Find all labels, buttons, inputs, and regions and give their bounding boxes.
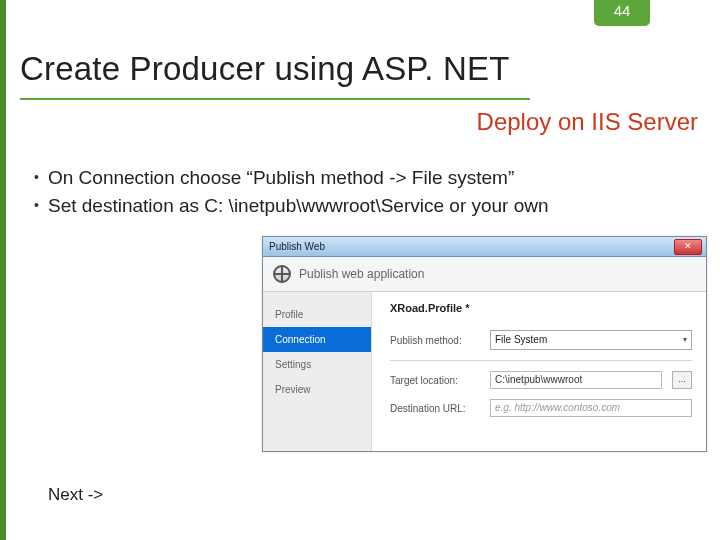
target-location-input[interactable]: C:\inetpub\wwwroot bbox=[490, 371, 662, 389]
sidebar-item-preview[interactable]: Preview bbox=[263, 377, 371, 402]
bullet-item: • On Connection choose “Publish method -… bbox=[34, 165, 698, 191]
title-underline bbox=[20, 98, 530, 100]
page-number: 44 bbox=[594, 0, 650, 26]
destination-url-row: Destination URL: e.g. http://www.contoso… bbox=[390, 399, 692, 417]
dialog-title: Publish Web bbox=[267, 241, 674, 252]
destination-url-input[interactable]: e.g. http://www.contoso.com bbox=[490, 399, 692, 417]
publish-method-label: Publish method: bbox=[390, 335, 480, 346]
dialog-titlebar[interactable]: Publish Web ✕ bbox=[263, 237, 706, 257]
bullet-text: On Connection choose “Publish method -> … bbox=[48, 165, 698, 191]
target-location-label: Target location: bbox=[390, 375, 480, 386]
dialog-main: XRoad.Profile * Publish method: File Sys… bbox=[372, 292, 706, 452]
sidebar-item-settings[interactable]: Settings bbox=[263, 352, 371, 377]
publish-method-row: Publish method: File System ▾ bbox=[390, 330, 692, 350]
accent-stripe bbox=[0, 0, 6, 540]
destination-url-label: Destination URL: bbox=[390, 403, 480, 414]
bullet-dot-icon: • bbox=[34, 165, 48, 187]
slide-title: Create Producer using ASP. NET bbox=[20, 50, 510, 88]
bullet-text: Set destination as C: \inetpub\wwwroot\S… bbox=[48, 193, 698, 219]
bullet-list: • On Connection choose “Publish method -… bbox=[34, 165, 698, 220]
globe-icon bbox=[273, 265, 291, 283]
close-button[interactable]: ✕ bbox=[674, 239, 702, 255]
next-label: Next -> bbox=[48, 485, 103, 505]
sidebar-item-connection[interactable]: Connection bbox=[263, 327, 371, 352]
dialog-sidebar: Profile Connection Settings Preview bbox=[263, 292, 372, 452]
publish-web-dialog: Publish Web ✕ Publish web application Pr… bbox=[262, 236, 707, 452]
separator bbox=[390, 360, 692, 361]
bullet-item: • Set destination as C: \inetpub\wwwroot… bbox=[34, 193, 698, 219]
chevron-down-icon: ▾ bbox=[683, 332, 687, 348]
target-location-row: Target location: C:\inetpub\wwwroot ... bbox=[390, 371, 692, 389]
dialog-header-text: Publish web application bbox=[299, 267, 424, 281]
publish-method-value: File System bbox=[495, 332, 547, 348]
profile-name: XRoad.Profile * bbox=[390, 302, 692, 314]
dialog-header: Publish web application bbox=[263, 257, 706, 292]
publish-method-select[interactable]: File System ▾ bbox=[490, 330, 692, 350]
slide-subtitle: Deploy on IIS Server bbox=[477, 108, 698, 136]
bullet-dot-icon: • bbox=[34, 193, 48, 215]
sidebar-item-profile[interactable]: Profile bbox=[263, 302, 371, 327]
browse-button[interactable]: ... bbox=[672, 371, 692, 389]
